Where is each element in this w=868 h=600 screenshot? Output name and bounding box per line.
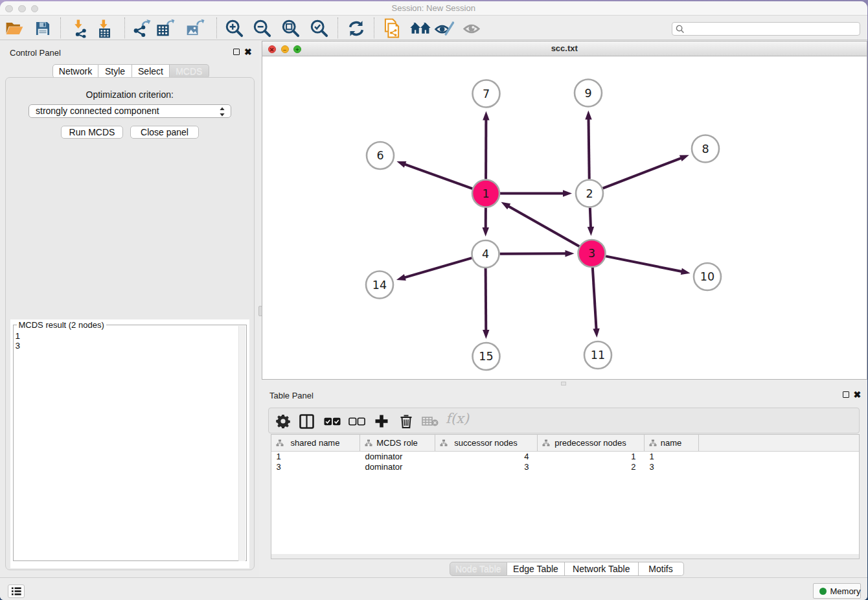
tab-network-table[interactable]: Network Table bbox=[565, 562, 639, 576]
tab-select[interactable]: Select bbox=[132, 64, 170, 78]
tab-motifs[interactable]: Motifs bbox=[639, 562, 684, 576]
delete-columns-icon[interactable] bbox=[398, 413, 415, 430]
search-input[interactable] bbox=[687, 23, 855, 34]
close-table-panel-icon[interactable]: ✖ bbox=[854, 390, 862, 399]
column-header-MCDS-role[interactable]: MCDS role bbox=[360, 435, 435, 451]
memory-button[interactable]: Memory bbox=[813, 583, 861, 599]
graph-edge-4-15[interactable] bbox=[486, 268, 486, 331]
table-scrollbar-strip[interactable] bbox=[271, 554, 859, 559]
table-settings-icon-graphic bbox=[276, 414, 290, 428]
mcds-result-line: 1 bbox=[16, 331, 21, 341]
zoom-selected-icon[interactable] bbox=[310, 19, 329, 38]
add-column-icon-graphic bbox=[374, 414, 389, 428]
zoom-out-icon[interactable] bbox=[253, 19, 272, 38]
graph-node-label: 3 bbox=[588, 247, 595, 260]
delete-columns-icon-graphic bbox=[400, 414, 413, 429]
graph-edge-2-3[interactable] bbox=[590, 207, 591, 228]
deselect-all-checkboxes-icon[interactable] bbox=[348, 413, 365, 430]
toolbar-separator bbox=[374, 17, 374, 38]
hide-selected-icon[interactable] bbox=[435, 19, 454, 38]
graph-edge-arrowhead bbox=[396, 274, 406, 281]
zoom-in-icon[interactable] bbox=[225, 19, 244, 38]
graph-edge-2-8[interactable] bbox=[603, 158, 682, 189]
graph-edge-4-3[interactable] bbox=[499, 253, 566, 254]
table-row[interactable]: 1dominator411 bbox=[271, 452, 859, 462]
select-all-checkboxes-icon-graphic bbox=[324, 417, 341, 426]
refresh-layout-icon[interactable] bbox=[347, 19, 366, 38]
save-session-icon[interactable] bbox=[33, 19, 52, 38]
column-header-label: MCDS role bbox=[376, 438, 418, 448]
table-cell: 3 bbox=[271, 462, 360, 472]
network-canvas[interactable]: 7968124314101511 bbox=[262, 56, 867, 379]
result-scrollbar[interactable] bbox=[238, 326, 246, 561]
table-cell: 1 bbox=[271, 452, 360, 462]
tab-node-table[interactable]: Node Table bbox=[450, 562, 508, 576]
graph-edge-arrowhead bbox=[396, 161, 406, 168]
export-image-icon[interactable] bbox=[185, 19, 205, 38]
application-window: Session: New Session bbox=[0, 1, 867, 600]
import-table-icon[interactable] bbox=[95, 19, 114, 38]
table-row[interactable]: 3dominator323 bbox=[271, 462, 859, 472]
close-panel-button[interactable]: Close panel bbox=[130, 126, 199, 139]
graph-node-label: 9 bbox=[584, 87, 591, 100]
float-table-panel-icon[interactable] bbox=[843, 391, 849, 398]
save-session-icon-graphic bbox=[34, 20, 52, 38]
graph-edge-2-9[interactable] bbox=[589, 118, 589, 179]
task-history-button[interactable] bbox=[8, 584, 25, 599]
float-panel-icon[interactable] bbox=[233, 49, 240, 55]
import-network-icon[interactable] bbox=[69, 19, 89, 38]
export-table-icon[interactable] bbox=[156, 19, 176, 38]
show-all-icon-graphic bbox=[461, 20, 481, 38]
graph-edge-4-14[interactable] bbox=[404, 258, 472, 277]
run-mcds-button[interactable]: Run MCDS bbox=[61, 126, 123, 139]
table-toolbar: f(x) bbox=[268, 408, 860, 433]
mcds-result-fieldset: MCDS result (2 nodes) 13 bbox=[13, 325, 247, 562]
zoom-selected-icon-graphic bbox=[310, 19, 328, 38]
graph-edge-3-1[interactable] bbox=[508, 206, 579, 246]
import-table-icon-graphic bbox=[95, 19, 113, 38]
duplicate-network-icon[interactable] bbox=[382, 19, 402, 38]
zoom-fit-icon[interactable] bbox=[281, 19, 301, 38]
graph-edge-arrowhead bbox=[501, 202, 510, 209]
tab-network[interactable]: Network bbox=[52, 64, 98, 78]
graph-edge-3-10[interactable] bbox=[606, 256, 683, 271]
tab-mcds[interactable]: MCDS bbox=[170, 64, 209, 78]
control-panel-tabs: Network Style Select MCDS bbox=[52, 64, 209, 78]
criterion-value: strongly connected component bbox=[36, 106, 159, 116]
network-graph: 7968124314101511 bbox=[262, 56, 866, 378]
graph-node-label: 15 bbox=[479, 350, 493, 363]
hide-selected-icon-graphic bbox=[434, 20, 454, 38]
tab-edge-table[interactable]: Edge Table bbox=[507, 562, 565, 576]
graph-edge-arrowhead bbox=[483, 227, 489, 237]
search-field[interactable] bbox=[672, 22, 860, 36]
memory-label: Memory bbox=[830, 584, 861, 599]
column-layout-icon[interactable] bbox=[299, 413, 315, 430]
network-window-titlebar[interactable]: ✕ – + scc.txt bbox=[262, 41, 867, 56]
graph-edge-3-11[interactable] bbox=[593, 268, 597, 330]
add-column-icon[interactable] bbox=[373, 413, 390, 430]
graph-edge-arrowhead bbox=[681, 268, 691, 275]
column-header-successor-nodes[interactable]: successor nodes bbox=[435, 435, 538, 451]
graph-edge-arrowhead bbox=[588, 227, 594, 236]
select-all-checkboxes-icon[interactable] bbox=[324, 413, 341, 430]
graph-node-label: 8 bbox=[702, 143, 709, 156]
column-header-predecessor-nodes[interactable]: predecessor nodes bbox=[538, 435, 645, 451]
close-panel-icon[interactable]: ✖ bbox=[244, 47, 252, 56]
graph-edge-1-6[interactable] bbox=[404, 164, 473, 189]
export-network-icon-graphic bbox=[131, 19, 152, 38]
table-settings-icon[interactable] bbox=[275, 413, 291, 430]
search-icon bbox=[676, 25, 685, 34]
first-neighbors-icon[interactable] bbox=[411, 19, 430, 38]
open-file-icon[interactable] bbox=[5, 19, 24, 38]
graph-node-label: 1 bbox=[482, 187, 489, 200]
status-bar: Memory bbox=[0, 577, 867, 600]
show-all-icon[interactable] bbox=[462, 19, 481, 38]
criterion-dropdown[interactable]: strongly connected component bbox=[29, 104, 231, 118]
column-header-shared-name[interactable]: shared name bbox=[271, 435, 360, 451]
tab-style[interactable]: Style bbox=[98, 64, 132, 78]
table-cell: 4 bbox=[435, 452, 538, 462]
column-header-name[interactable]: name bbox=[645, 435, 699, 451]
horizontal-splitter-grip[interactable] bbox=[561, 382, 566, 386]
column-header-label: successor nodes bbox=[454, 438, 518, 448]
export-network-icon[interactable] bbox=[132, 19, 152, 38]
